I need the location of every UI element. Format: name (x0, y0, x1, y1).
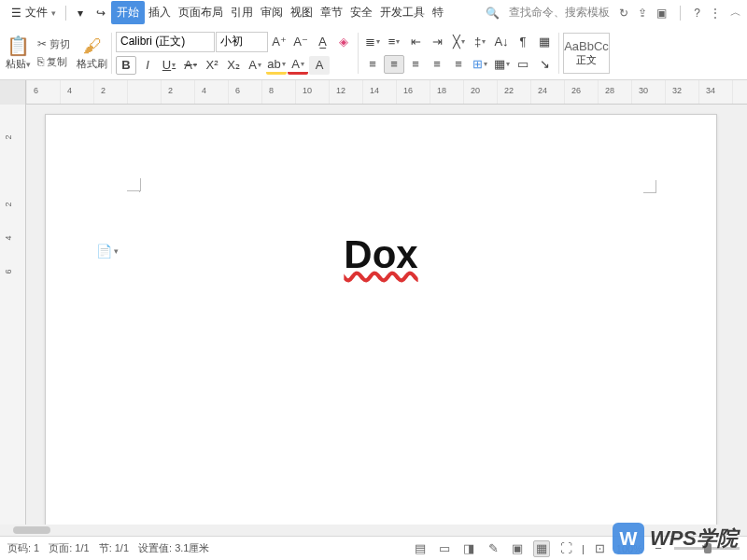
search-icon[interactable]: 🔍 (486, 7, 500, 20)
clipboard-icon: 📋 (7, 35, 30, 57)
clear-format-icon[interactable]: ◈ (333, 33, 354, 51)
ruler-vertical[interactable]: 2 2 4 6 (0, 105, 26, 536)
decrease-indent-button[interactable]: ⇤ (405, 33, 426, 51)
tab-page-layout[interactable]: 页面布局 (175, 1, 227, 24)
editor-area: 2 2 4 6 📄▾ Dox (0, 105, 747, 536)
view-fullscreen-icon[interactable]: ⛶ (557, 540, 574, 557)
help-icon[interactable]: ? (694, 7, 700, 20)
font-color-button[interactable]: A▾ (288, 56, 308, 75)
bullets-button[interactable]: ≣▾ (362, 33, 383, 51)
tab-settings-button[interactable]: ⊞▾ (470, 55, 490, 74)
highlight-button[interactable]: ab▾ (266, 56, 287, 75)
shading-button[interactable]: ▦▾ (491, 55, 512, 74)
cut-button[interactable]: ✂剪切 (35, 36, 73, 52)
change-case-icon[interactable]: A̲ (312, 33, 332, 51)
vertical-scrollbar[interactable] (736, 209, 747, 511)
align-justify-button[interactable]: ≡ (427, 55, 447, 74)
menu-tabs: 开始 插入 页面布局 引用 审阅 视图 章节 安全 开发工具 特 (111, 1, 447, 24)
align-right-button[interactable]: ≡ (405, 55, 426, 74)
window-icon[interactable]: ▣ (656, 7, 667, 20)
tab-security[interactable]: 安全 (346, 1, 376, 24)
more-icon[interactable]: ⋮ (710, 7, 721, 20)
tab-review[interactable]: 审阅 (257, 1, 287, 24)
view-draft-icon[interactable]: ✎ (485, 540, 501, 557)
file-menu[interactable]: ☰ 文件 ▾ (6, 3, 62, 22)
search-placeholder[interactable]: 查找命令、搜索模板 (509, 5, 610, 21)
increase-font-icon[interactable]: A⁺ (269, 33, 289, 51)
strikethrough-button[interactable]: A▾ (180, 56, 201, 75)
borders-button[interactable]: ▦ (534, 33, 555, 51)
subscript-button[interactable]: X₂ (223, 56, 244, 75)
sort-button[interactable]: A↓ (491, 33, 512, 51)
view-print-icon[interactable]: ▣ (509, 540, 526, 557)
status-pagecode[interactable]: 页码: 1 (7, 541, 39, 555)
divider (558, 33, 559, 74)
menu-bar: ☰ 文件 ▾ ▾ ↪ 开始 插入 页面布局 引用 审阅 视图 章节 安全 开发工… (0, 0, 747, 26)
style-name: 正文 (576, 53, 597, 67)
document-viewport[interactable]: 📄▾ Dox (26, 105, 747, 536)
file-menu-label: 文件 (25, 5, 48, 21)
paragraph-border-button[interactable]: ▭ (513, 55, 533, 74)
italic-button[interactable]: I (137, 56, 158, 75)
font-group: A⁺ A⁻ A̲ ◈ B I U▾ A▾ X² X₂ A▾ ab▾ A▾ A (116, 32, 354, 75)
bold-button[interactable]: B (116, 56, 136, 75)
paragraph-group: ≣▾ ≡▾ ⇤ ⇥ ╳▾ ‡▾ A↓ ¶ ▦ ≡ ≡ ≡ ≡ ≡ ⊞▾ ▦▾ ▭… (362, 33, 555, 74)
align-center-button[interactable]: ≡ (384, 55, 404, 74)
paste-button[interactable]: 📋 粘贴▾ (6, 35, 31, 71)
separator (65, 6, 66, 21)
tab-dev-tools[interactable]: 开发工具 (376, 1, 429, 24)
character-shading-button[interactable]: A (309, 56, 330, 75)
tab-insert[interactable]: 插入 (145, 1, 175, 24)
font-size-select[interactable] (216, 32, 268, 52)
increase-indent-button[interactable]: ⇥ (427, 33, 447, 51)
style-normal[interactable]: AaBbCc 正文 (563, 33, 610, 74)
tab-chapters[interactable]: 章节 (317, 1, 346, 24)
chevron-down-icon: ▾ (51, 8, 56, 18)
text-effects-button[interactable]: A▾ (245, 56, 265, 75)
view-outline-icon[interactable]: ▤ (412, 540, 429, 557)
clipboard-mini: ✂剪切 ⎘复制 (35, 36, 73, 70)
distribute-button[interactable]: ≡ (448, 55, 469, 74)
numbering-button[interactable]: ≡▾ (384, 33, 404, 51)
copy-button[interactable]: ⎘复制 (35, 54, 73, 70)
ruler-area: 6 4 2 2 4 6 8 10 12 14 16 18 20 22 24 26… (0, 80, 747, 105)
margin-mark-tl (139, 191, 140, 192)
tab-special[interactable]: 特 (429, 1, 447, 24)
align-left-button[interactable]: ≡ (362, 55, 383, 74)
format-painter-button[interactable]: 🖌 格式刷 (77, 35, 107, 71)
status-setting[interactable]: 设置值: 3.1厘米 (138, 541, 209, 555)
document-page[interactable]: 📄▾ Dox (45, 114, 717, 536)
copy-icon: ⎘ (37, 55, 44, 68)
tab-start[interactable]: 开始 (111, 1, 145, 24)
view-page-icon[interactable]: ▦ (533, 540, 550, 557)
status-page[interactable]: 页面: 1/1 (49, 541, 89, 555)
tab-view[interactable]: 视图 (287, 1, 317, 24)
hamburger-icon: ☰ (11, 7, 21, 20)
divider (111, 33, 112, 74)
quick-forward-icon[interactable]: ↪ (91, 4, 111, 22)
zoom-fit-icon[interactable]: ⊡ (592, 540, 609, 557)
save-icon[interactable]: ▾ (70, 4, 91, 22)
superscript-button[interactable]: X² (202, 56, 222, 75)
sync-icon[interactable]: ↻ (619, 7, 628, 20)
show-marks-button[interactable]: ¶ (513, 33, 533, 51)
text-direction-button[interactable]: ╳▾ (448, 33, 469, 51)
separator (680, 6, 681, 21)
scrollbar-thumb[interactable] (13, 526, 50, 534)
underline-button[interactable]: U▾ (159, 56, 179, 75)
status-section[interactable]: 节: 1/1 (99, 541, 129, 555)
style-preview: AaBbCc (564, 39, 609, 53)
tab-references[interactable]: 引用 (227, 1, 257, 24)
view-web-icon[interactable]: ◨ (460, 540, 477, 557)
paragraph-launcher-button[interactable]: ↘ (534, 55, 555, 74)
decrease-font-icon[interactable]: A⁻ (290, 33, 311, 51)
font-name-select[interactable] (116, 32, 215, 52)
document-text[interactable]: Dox (46, 232, 716, 277)
share-icon[interactable]: ⇪ (638, 7, 647, 20)
scissors-icon: ✂ (37, 37, 47, 50)
ruler-horizontal[interactable]: 6 4 2 2 4 6 8 10 12 14 16 18 20 22 24 26… (26, 80, 747, 105)
view-reading-icon[interactable]: ▭ (436, 540, 453, 557)
line-spacing-button[interactable]: ‡▾ (470, 33, 490, 51)
collapse-ribbon-icon[interactable]: ︿ (730, 5, 741, 21)
menubar-right: 🔍 查找命令、搜索模板 ↻ ⇪ ▣ ? ⋮ ︿ (486, 5, 741, 21)
